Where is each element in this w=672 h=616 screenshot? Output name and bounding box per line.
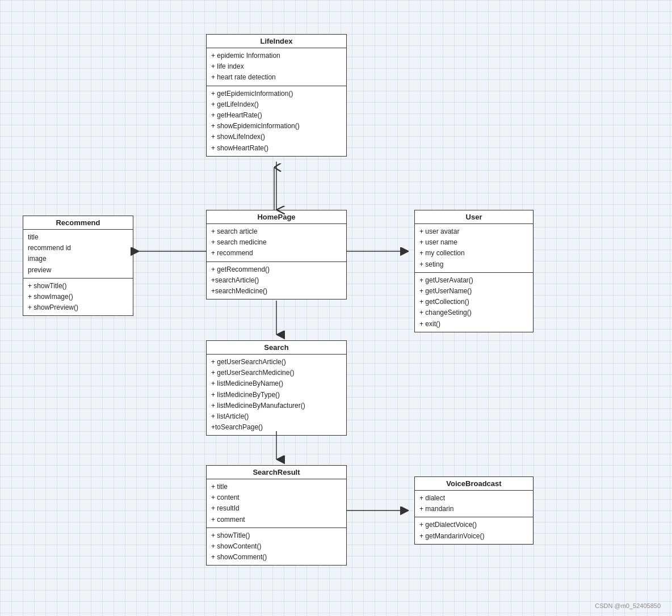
- user-attributes: + user avatar + user name + my collectio…: [415, 224, 533, 273]
- searchresult-title: SearchResult: [207, 466, 346, 479]
- recommend-box: Recommend title recommend id image previ…: [23, 216, 133, 316]
- homepage-box: HomePage + search article + search medic…: [206, 210, 347, 299]
- watermark: CSDN @m0_52405850: [595, 602, 661, 609]
- user-methods: + getUserAvatar() + getUserName() + getC…: [415, 273, 533, 332]
- voicebroadcast-title: VoiceBroadcast: [415, 477, 533, 491]
- recommend-methods: + showTitle() + showImage() + showPrevie…: [23, 279, 133, 316]
- lifeindex-methods: + getEpidemicInformation() + getLifeInde…: [207, 86, 346, 156]
- search-methods: + getUserSearchArticle() + getUserSearch…: [207, 355, 346, 435]
- recommend-title: Recommend: [23, 216, 133, 230]
- searchresult-attributes: + title + content + resultId + comment: [207, 479, 346, 528]
- voicebroadcast-box: VoiceBroadcast + dialect + mandarin + ge…: [414, 476, 534, 545]
- searchresult-box: SearchResult + title + content + resultI…: [206, 465, 347, 566]
- voicebroadcast-methods: + getDialectVoice() + getMandarinVoice(): [415, 517, 533, 543]
- voicebroadcast-attributes: + dialect + mandarin: [415, 491, 533, 517]
- search-title: Search: [207, 341, 346, 355]
- lifeindex-title: LifeIndex: [207, 35, 346, 48]
- homepage-attributes: + search article + search medicine + rec…: [207, 224, 346, 262]
- homepage-methods: + getRecommend() +searchArticle() +searc…: [207, 262, 346, 299]
- search-box: Search + getUserSearchArticle() + getUse…: [206, 340, 347, 436]
- searchresult-methods: + showTitle() + showContent() + showComm…: [207, 528, 346, 566]
- lifeindex-attributes: + epidemic Information + life index + he…: [207, 48, 346, 86]
- user-title: User: [415, 210, 533, 224]
- homepage-title: HomePage: [207, 210, 346, 224]
- user-box: User + user avatar + user name + my coll…: [414, 210, 534, 332]
- lifeindex-box: LifeIndex + epidemic Information + life …: [206, 34, 347, 157]
- recommend-attributes: title recommend id image preview: [23, 230, 133, 279]
